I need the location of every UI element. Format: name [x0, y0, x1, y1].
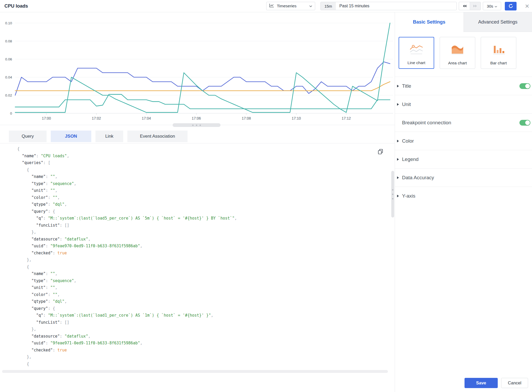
section-title[interactable]: Title	[395, 77, 532, 95]
section-unit[interactable]: Unit	[395, 95, 532, 114]
svg-text:17:10: 17:10	[292, 116, 301, 120]
refresh-interval-value: 30s	[487, 4, 493, 8]
chevron-down-icon	[495, 4, 497, 8]
vertical-resize-handle[interactable]	[173, 123, 220, 127]
section-y-axis[interactable]: Y-axis	[395, 187, 532, 205]
card-label: Bar chart	[490, 61, 507, 65]
tab-json[interactable]: JSON	[51, 131, 91, 142]
area-chart-icon	[450, 37, 465, 61]
svg-text:17:04: 17:04	[142, 116, 151, 120]
chevron-right-icon	[397, 103, 399, 106]
horizontal-resize-handle[interactable]	[391, 171, 394, 217]
card-line-chart[interactable]: Line chart	[399, 37, 434, 69]
timeseries-icon	[269, 3, 274, 9]
copy-icon[interactable]	[378, 149, 383, 154]
save-button[interactable]: Save	[465, 378, 498, 388]
time-range-input[interactable]: 15m Past 15 minutes	[320, 2, 457, 10]
section-breakpoint-connection[interactable]: Breakpoint connection	[395, 114, 532, 132]
chevron-right-icon	[397, 176, 399, 179]
svg-text:17:00: 17:00	[42, 116, 51, 120]
title-toggle[interactable]	[519, 83, 530, 89]
svg-text:17:02: 17:02	[92, 116, 101, 120]
dialog-footer: Save Cancel	[395, 378, 532, 392]
line-chart-icon	[409, 37, 424, 60]
chart-type-cards: Line chart Area chart	[395, 32, 532, 69]
time-back-button[interactable]	[459, 2, 470, 10]
chart-type-select-value: Timeseries	[277, 4, 307, 8]
svg-text:17:08: 17:08	[242, 116, 251, 120]
refresh-interval-select[interactable]: 30s	[483, 2, 501, 10]
chevron-right-icon	[397, 158, 399, 161]
bar-chart-icon	[491, 37, 506, 61]
timeseries-chart: 00.020.040.060.080.1017:0017:0217:0417:0…	[0, 12, 395, 125]
json-editor[interactable]: { "name": "CPU loads", "queries": [ { "n…	[0, 143, 395, 392]
svg-text:0.02: 0.02	[5, 93, 12, 97]
time-forward-button[interactable]	[470, 2, 480, 10]
svg-text:0.10: 0.10	[5, 21, 12, 25]
card-label: Area chart	[448, 61, 467, 65]
svg-text:0: 0	[10, 111, 12, 115]
settings-sections: Title Unit Breakpoint connection Color L…	[395, 77, 532, 205]
left-pane: 00.020.040.060.080.1017:0017:0217:0417:0…	[0, 12, 395, 392]
page-title: CPU loads	[4, 3, 28, 9]
svg-text:0.04: 0.04	[5, 75, 12, 79]
refresh-button[interactable]	[505, 2, 517, 10]
close-icon[interactable]: ✕	[525, 3, 529, 9]
svg-text:0.06: 0.06	[5, 57, 12, 61]
editor-horizontal-scrollbar[interactable]	[2, 370, 388, 373]
tab-link[interactable]: Link	[95, 131, 123, 142]
time-range-value: Past 15 minutes	[336, 4, 370, 8]
breakpoint-connection-toggle[interactable]	[519, 120, 530, 126]
time-range-badge: 15m	[321, 2, 336, 10]
section-legend[interactable]: Legend	[395, 150, 532, 169]
card-bar-chart[interactable]: Bar chart	[481, 37, 516, 69]
json-code[interactable]: { "name": "CPU loads", "queries": [ { "n…	[0, 143, 395, 367]
tab-advanced-settings[interactable]: Advanced Settings	[463, 12, 532, 32]
time-shift-group	[459, 2, 481, 10]
card-label: Line chart	[408, 60, 425, 65]
chart-edit-dialog: CPU loads Timeseries 15m Past 15 minutes	[0, 0, 532, 392]
chevron-right-icon	[397, 195, 399, 197]
settings-tab-bar: Basic Settings Advanced Settings	[395, 12, 532, 32]
refresh-icon	[508, 3, 513, 9]
top-bar-controls: Timeseries 15m Past 15 minutes 30s	[266, 2, 532, 10]
chevron-right-icon	[397, 85, 399, 87]
chevron-down-icon	[309, 4, 312, 8]
card-area-chart[interactable]: Area chart	[440, 37, 475, 69]
tab-event-association[interactable]: Event Association	[127, 131, 188, 142]
tab-query[interactable]: Query	[9, 131, 47, 142]
svg-text:0.08: 0.08	[5, 39, 12, 43]
tab-basic-settings[interactable]: Basic Settings	[395, 12, 463, 32]
top-bar: CPU loads Timeseries 15m Past 15 minutes	[0, 0, 532, 12]
svg-text:17:12: 17:12	[342, 116, 351, 120]
chart-type-select[interactable]: Timeseries	[266, 2, 315, 10]
chevron-right-icon	[397, 140, 399, 142]
rewind-icon	[462, 4, 467, 8]
cancel-button[interactable]: Cancel	[501, 378, 528, 388]
section-color[interactable]: Color	[395, 132, 532, 150]
section-data-accuracy[interactable]: Data Accuracy	[395, 169, 532, 187]
svg-text:17:06: 17:06	[192, 116, 201, 120]
query-tab-bar: Query JSON Link Event Association	[0, 125, 395, 143]
fast-forward-icon	[473, 4, 478, 8]
settings-sidebar: Basic Settings Advanced Settings Line ch…	[395, 12, 532, 392]
